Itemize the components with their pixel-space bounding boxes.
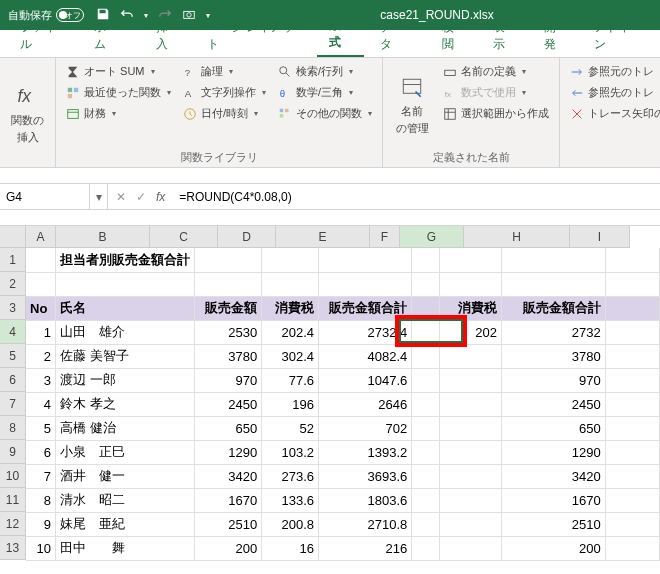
math-button[interactable]: θ数学/三角▾ xyxy=(274,83,376,102)
select-all-corner[interactable] xyxy=(0,226,26,248)
cell[interactable] xyxy=(26,272,56,296)
cell[interactable]: 16 xyxy=(262,536,319,560)
cells-area[interactable]: 担当者別販売金額合計No氏名販売金額消費税販売金額合計消費税販売金額合計1山田 … xyxy=(26,248,660,561)
cell[interactable] xyxy=(26,248,56,272)
col-header[interactable]: E xyxy=(276,226,370,248)
cell[interactable]: 52 xyxy=(262,416,319,440)
more-functions-button[interactable]: その他の関数▾ xyxy=(274,104,376,123)
cell[interactable] xyxy=(439,272,501,296)
cell[interactable] xyxy=(412,512,440,536)
cell[interactable] xyxy=(605,296,659,320)
cell[interactable]: 消費税 xyxy=(439,296,501,320)
cell[interactable]: 3780 xyxy=(195,344,262,368)
cell[interactable]: 702 xyxy=(319,416,412,440)
cell[interactable]: 2732 xyxy=(501,320,605,344)
formula-input[interactable] xyxy=(173,190,660,204)
cell[interactable]: 202.4 xyxy=(262,320,319,344)
cell[interactable] xyxy=(605,392,659,416)
cell[interactable]: 200 xyxy=(501,536,605,560)
cell[interactable] xyxy=(412,344,440,368)
cell[interactable]: 担当者別販売金額合計 xyxy=(56,248,195,272)
cell[interactable] xyxy=(412,536,440,560)
cell[interactable]: 970 xyxy=(501,368,605,392)
cell[interactable] xyxy=(439,416,501,440)
cell[interactable]: 1803.6 xyxy=(319,488,412,512)
enter-icon[interactable]: ✓ xyxy=(136,190,146,204)
cell[interactable]: 2646 xyxy=(319,392,412,416)
cell[interactable]: 氏名 xyxy=(56,296,195,320)
cell[interactable]: 販売金額 xyxy=(195,296,262,320)
insert-function-button[interactable]: fx 関数の 挿入 xyxy=(6,62,49,165)
cell[interactable]: 2710.8 xyxy=(319,512,412,536)
cell[interactable]: 3420 xyxy=(501,464,605,488)
cell[interactable]: 消費税 xyxy=(262,296,319,320)
cell[interactable] xyxy=(412,272,440,296)
trace-dependents-button[interactable]: 参照先のトレ xyxy=(566,83,660,102)
cell[interactable] xyxy=(412,488,440,512)
cell[interactable] xyxy=(412,368,440,392)
row-header[interactable]: 8 xyxy=(0,416,26,440)
cell[interactable] xyxy=(605,488,659,512)
cell[interactable] xyxy=(412,392,440,416)
cell[interactable]: 273.6 xyxy=(262,464,319,488)
cell[interactable]: 216 xyxy=(319,536,412,560)
cell[interactable]: 7 xyxy=(26,464,56,488)
col-header[interactable]: F xyxy=(370,226,400,248)
cell[interactable]: 103.2 xyxy=(262,440,319,464)
cell[interactable]: 佐藤 美智子 xyxy=(56,344,195,368)
cell[interactable]: 133.6 xyxy=(262,488,319,512)
cell[interactable] xyxy=(605,368,659,392)
cell[interactable]: 202 xyxy=(439,320,501,344)
cell[interactable]: 販売金額合計 xyxy=(501,296,605,320)
tab-home[interactable]: ホーム xyxy=(82,14,140,57)
col-header[interactable]: D xyxy=(218,226,276,248)
cell[interactable] xyxy=(439,440,501,464)
cell[interactable]: No xyxy=(26,296,56,320)
cell[interactable] xyxy=(439,512,501,536)
remove-arrows-button[interactable]: トレース矢印の xyxy=(566,104,660,123)
cell[interactable]: 4 xyxy=(26,392,56,416)
col-header[interactable]: B xyxy=(56,226,150,248)
cell[interactable]: 2450 xyxy=(195,392,262,416)
cell[interactable] xyxy=(605,512,659,536)
cell[interactable]: 2510 xyxy=(501,512,605,536)
cell[interactable] xyxy=(319,248,412,272)
cell[interactable] xyxy=(439,248,501,272)
tab-insert[interactable]: 挿入 xyxy=(144,14,191,57)
cell[interactable]: 1670 xyxy=(195,488,262,512)
cell[interactable]: 1290 xyxy=(195,440,262,464)
autosum-button[interactable]: オート SUM▾ xyxy=(62,62,175,81)
col-header[interactable]: H xyxy=(464,226,570,248)
cell[interactable]: 302.4 xyxy=(262,344,319,368)
cell[interactable]: 650 xyxy=(501,416,605,440)
datetime-button[interactable]: 日付/時刻▾ xyxy=(179,104,270,123)
row-header[interactable]: 9 xyxy=(0,440,26,464)
cell[interactable] xyxy=(439,536,501,560)
row-header[interactable]: 11 xyxy=(0,488,26,512)
cell[interactable] xyxy=(605,416,659,440)
cell[interactable]: 小泉 正巳 xyxy=(56,440,195,464)
cell[interactable]: 高橋 健治 xyxy=(56,416,195,440)
cell[interactable]: 4082.4 xyxy=(319,344,412,368)
cell[interactable]: 196 xyxy=(262,392,319,416)
tab-view[interactable]: 表示 xyxy=(481,14,528,57)
col-header[interactable]: I xyxy=(570,226,630,248)
cancel-icon[interactable]: ✕ xyxy=(116,190,126,204)
define-name-button[interactable]: 名前の定義▾ xyxy=(439,62,553,81)
lookup-button[interactable]: 検索/行列▾ xyxy=(274,62,376,81)
tab-review[interactable]: 校閲 xyxy=(430,14,477,57)
cell[interactable]: 3780 xyxy=(501,344,605,368)
cell[interactable]: 200 xyxy=(195,536,262,560)
name-manager-button[interactable]: 名前 の管理 xyxy=(389,62,435,148)
trace-precedents-button[interactable]: 参照元のトレ xyxy=(566,62,660,81)
cell[interactable] xyxy=(56,272,195,296)
create-from-selection-button[interactable]: 選択範囲から作成 xyxy=(439,104,553,123)
cell[interactable]: 5 xyxy=(26,416,56,440)
col-header[interactable]: C xyxy=(150,226,218,248)
col-header[interactable]: A xyxy=(26,226,56,248)
cell[interactable]: 2450 xyxy=(501,392,605,416)
cell[interactable]: 酒井 健一 xyxy=(56,464,195,488)
use-in-formula-button[interactable]: fx数式で使用▾ xyxy=(439,83,553,102)
cell[interactable] xyxy=(605,464,659,488)
tab-addin[interactable]: アドイン xyxy=(582,14,652,57)
